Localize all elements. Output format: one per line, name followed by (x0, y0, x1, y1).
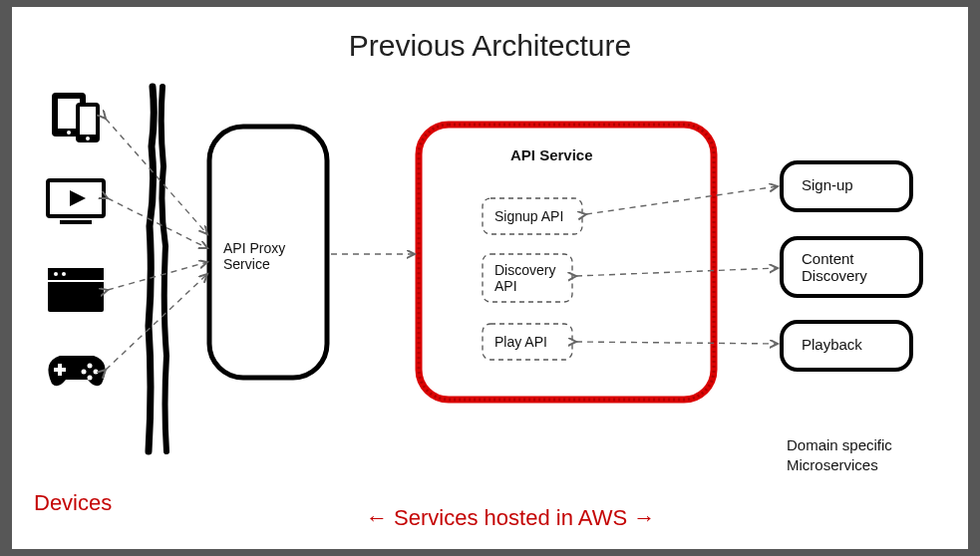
svg-rect-4 (80, 107, 96, 135)
svg-point-20 (88, 376, 93, 381)
signup-api-label: Signup API (494, 208, 563, 224)
svg-line-31 (106, 119, 207, 234)
signup-service-label: Sign-up (802, 176, 853, 193)
devices-icon-mobile (52, 93, 100, 142)
svg-point-19 (82, 370, 87, 375)
play-api-label: Play API (494, 334, 547, 350)
svg-line-32 (108, 198, 207, 248)
svg-rect-14 (48, 280, 104, 282)
devices-label: Devices (34, 490, 112, 516)
svg-line-38 (576, 342, 778, 344)
svg-point-12 (62, 272, 66, 276)
api-service-title: API Service (510, 146, 593, 163)
svg-point-17 (88, 364, 93, 369)
svg-line-33 (108, 262, 207, 290)
svg-rect-23 (419, 125, 714, 400)
svg-marker-8 (70, 190, 86, 206)
svg-point-18 (94, 370, 99, 375)
aws-caption: ← Services hosted in AWS → (366, 505, 655, 531)
connectors (106, 119, 778, 370)
svg-point-2 (67, 131, 71, 135)
svg-point-11 (54, 272, 58, 276)
svg-point-5 (86, 137, 90, 140)
svg-rect-16 (54, 368, 66, 372)
content-discovery-label: Content Discovery (802, 250, 911, 284)
api-service-box (419, 125, 714, 400)
devices-icon-tv (48, 180, 104, 224)
devices-icon-gamepad (48, 356, 105, 386)
svg-rect-7 (60, 220, 92, 224)
devices-icon-browser (48, 268, 104, 312)
svg-line-37 (576, 268, 778, 276)
svg-rect-13 (52, 284, 100, 308)
svg-line-36 (586, 186, 778, 214)
api-proxy-label: API Proxy Service (223, 240, 317, 272)
discovery-api-label: Discovery API (494, 262, 566, 294)
svg-rect-24 (419, 125, 714, 400)
vertical-divider (149, 87, 166, 451)
playback-label: Playback (802, 336, 862, 353)
svg-line-34 (106, 274, 207, 370)
microservices-caption: Domain specific Microservices (787, 435, 892, 474)
